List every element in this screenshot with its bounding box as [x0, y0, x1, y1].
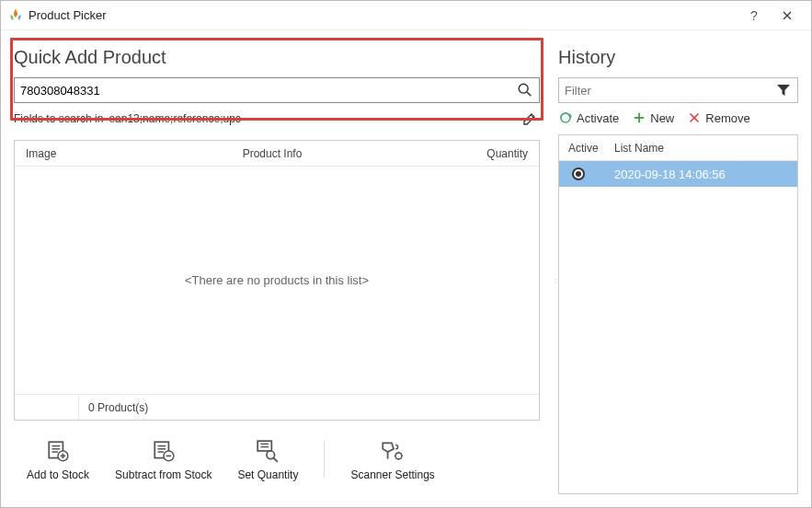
- toolbar-separator: [324, 441, 325, 478]
- table-header: Image Product Info Quantity: [15, 141, 539, 167]
- set-quantity-label: Set Quantity: [237, 468, 298, 481]
- app-icon: [8, 8, 23, 23]
- content-area: Quick Add Product Fields to search in ea…: [1, 30, 811, 507]
- svg-point-0: [519, 84, 528, 93]
- add-to-stock-icon: [44, 437, 72, 465]
- scanner-settings-label: Scanner Settings: [350, 468, 434, 481]
- fields-row: Fields to search in ean13;name;reference…: [14, 109, 540, 129]
- history-row-name: 2020-09-18 14:06:56: [611, 167, 797, 181]
- scanner-settings-button[interactable]: Scanner Settings: [350, 437, 434, 481]
- remove-icon: [687, 110, 702, 125]
- window: Product Picker ? Quick Add Product Field…: [0, 0, 812, 508]
- quick-add-heading: Quick Add Product: [14, 47, 540, 68]
- edit-fields-button[interactable]: [520, 109, 540, 129]
- help-button[interactable]: ?: [738, 1, 771, 29]
- fields-value: ean13;name;reference;upc: [109, 112, 240, 125]
- quick-add-pane: Quick Add Product Fields to search in ea…: [1, 30, 553, 507]
- search-icon: [517, 82, 533, 98]
- funnel-icon: [776, 83, 791, 98]
- plus-icon: [632, 110, 646, 125]
- subtract-from-stock-icon: [150, 437, 177, 465]
- search-row: [14, 77, 540, 103]
- col-info[interactable]: Product Info: [79, 147, 465, 160]
- col-list-name[interactable]: List Name: [611, 142, 797, 155]
- fields-label: Fields to search in: [14, 112, 103, 125]
- product-count: 0 Product(s): [79, 401, 148, 414]
- activate-label: Activate: [577, 111, 619, 125]
- filter-icon-button[interactable]: [770, 83, 797, 98]
- svg-point-18: [267, 451, 275, 459]
- col-qty[interactable]: Quantity: [465, 147, 539, 160]
- close-button[interactable]: [771, 1, 804, 29]
- history-header: Active List Name: [559, 135, 797, 161]
- subtract-from-stock-label: Subtract from Stock: [115, 468, 212, 481]
- filter-row: [558, 77, 798, 103]
- history-row[interactable]: 2020-09-18 14:06:56: [559, 161, 797, 187]
- scanner-settings-icon: [379, 437, 406, 465]
- col-image[interactable]: Image: [15, 147, 79, 160]
- new-button[interactable]: New: [632, 110, 674, 125]
- search-button[interactable]: [511, 78, 539, 102]
- svg-line-19: [274, 458, 278, 462]
- empty-message: <There are no products in this list>: [185, 273, 369, 287]
- remove-label: Remove: [705, 111, 749, 125]
- history-heading: History: [558, 47, 798, 68]
- bottom-toolbar: Add to Stock Subtract from Stock: [14, 421, 540, 494]
- filter-input[interactable]: [559, 84, 770, 98]
- history-body: 2020-09-18 14:06:56: [559, 161, 797, 493]
- set-quantity-button[interactable]: Set Quantity: [237, 437, 298, 481]
- pencil-icon: [522, 111, 537, 126]
- history-actions: Activate New: [558, 110, 798, 125]
- svg-rect-15: [258, 441, 272, 451]
- active-radio[interactable]: [559, 167, 611, 180]
- activate-button[interactable]: Activate: [558, 110, 619, 125]
- subtract-from-stock-button[interactable]: Subtract from Stock: [115, 437, 212, 481]
- svg-line-1: [527, 92, 531, 96]
- table-footer: 0 Product(s): [15, 394, 539, 420]
- table-body: <There are no products in this list>: [15, 167, 539, 394]
- new-label: New: [650, 111, 674, 125]
- col-active[interactable]: Active: [559, 142, 611, 155]
- titlebar: Product Picker ?: [1, 1, 811, 30]
- history-table: Active List Name 2020-09-18 14:06:56: [558, 134, 798, 494]
- search-input[interactable]: [15, 78, 511, 102]
- add-to-stock-button[interactable]: Add to Stock: [27, 437, 89, 481]
- add-to-stock-label: Add to Stock: [27, 468, 89, 481]
- set-quantity-icon: [254, 437, 281, 465]
- splitter-handle[interactable]: ⋮: [553, 279, 558, 283]
- window-title: Product Picker: [29, 8, 738, 22]
- remove-button[interactable]: Remove: [687, 110, 749, 125]
- product-table: Image Product Info Quantity <There are n…: [14, 140, 540, 421]
- history-pane: History: [553, 30, 811, 507]
- activate-icon: [558, 110, 573, 125]
